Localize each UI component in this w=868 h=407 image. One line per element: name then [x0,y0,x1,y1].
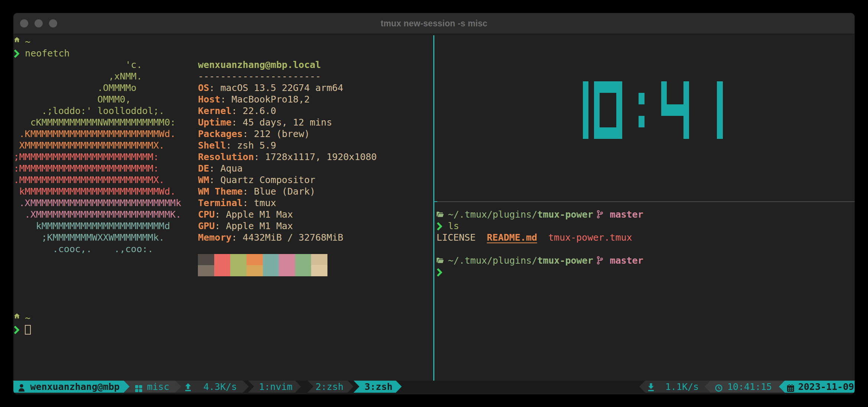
clock-block [616,81,622,93]
git-branch-name: master [610,209,643,220]
info-colon: : [243,198,254,208]
info-colon: : [209,163,220,174]
ascii-art-line: OMMM0, [14,94,182,105]
pane-divider-tee [433,201,437,202]
clock-block [616,93,622,104]
command-text: neofetch [25,48,69,59]
ascii-art-line: cKMMMMMMMMMMNWMMMMMMMMMM0: [14,117,182,128]
neofetch-info-line: WM Theme: Blue (Dark) [198,186,377,197]
status-upload-speed: 4.3K/s [203,381,237,393]
ls-file-readme: README.md [487,232,537,243]
status-time: 10:41:15 [727,381,772,393]
neofetch-info-line: Terminal: tmux [198,197,377,209]
clock-icon [715,383,722,394]
info-colon: : [209,175,220,185]
neofetch-info-line: Resolution: 1728x1117, 1920x1080 [198,151,377,163]
tmux-status-bar: wenxuanzhang@mbpmisc4.3K/s1:nvim2:zsh3:z… [13,381,855,395]
terminal-cursor [25,325,31,335]
ascii-art-line: 'c. [14,59,182,71]
clock-block [594,93,600,104]
status-window-2[interactable]: 2:zsh [307,381,353,393]
info-value: Blue (Dark) [254,186,316,197]
prompt-chevron-icon [14,326,20,334]
person-icon [19,383,25,394]
info-label: Resolution [198,152,254,162]
status-window-1[interactable]: 1:nvim [248,381,301,393]
git-path-prefix: ~/.tmux/plugins/ [448,209,537,220]
upload-icon [185,382,191,394]
terminal-window: tmux new-session -s misc ~ neofetch 'c. … [13,13,855,394]
info-label: Packages [198,128,242,139]
status-segment-date: 2023-11-09 [779,381,855,393]
ascii-art-line: .MMMMMMMMMMMMMMMMMMMMMMMMX. [14,174,182,186]
ascii-art-line: ,xNMM. [14,71,182,82]
git-dir: tmux-power [537,255,593,266]
clock-block [611,127,616,139]
ascii-art-line: ;MMMMMMMMMMMMMMMMMMMMMMMM: [14,151,182,163]
info-colon: : [243,128,254,139]
clock-block [661,93,667,104]
ascii-art-line: XMMMMMMMMMMMMMMMMMMMMMMMX. [14,140,182,151]
git-path-prefix: ~/.tmux/plugins/ [448,255,537,266]
pane-divider-horizontal[interactable] [435,201,855,202]
info-label: WM Theme [198,186,242,197]
info-value: tmux [254,198,276,208]
clock-block [583,93,588,104]
clock-block [717,81,722,93]
status-window-label: 1:nvim [259,381,293,393]
window-title: tmux new-session -s misc [13,13,855,34]
status-window-3[interactable]: 3:zsh [353,381,402,393]
home-icon [14,37,20,42]
grid-icon [135,383,142,395]
clock-block [583,116,588,127]
clock-block [616,116,622,127]
pane-divider-vertical[interactable] [433,35,434,381]
color-block [247,265,263,276]
info-value: Apple M1 Max [226,209,293,220]
neofetch-separator: ---------------------- [198,71,377,82]
status-segment-time: 10:41:15 [705,381,785,393]
info-colon: : [232,232,243,243]
clock-block [600,127,605,139]
color-block [263,265,279,276]
folder-open-icon [437,212,444,217]
calendar-icon [787,383,794,394]
clock-block [594,104,600,116]
info-label: DE [198,163,209,174]
status-window-label: 2:zsh [316,381,343,393]
info-label: Memory [198,232,231,243]
clock-block [683,116,689,127]
info-value: 1728x1117, 1920x1080 [265,152,377,162]
clock-block [672,104,678,116]
clock-block [717,116,722,127]
info-colon: : [254,152,265,162]
status-download-speed: 1.1K/s [665,381,699,393]
clock-block [583,127,588,139]
info-colon: : [232,105,243,116]
status-user-host: wenxuanzhang@mbp [30,381,120,393]
info-value: 212 (brew) [254,128,310,139]
status-date: 2023-11-09 [798,381,854,393]
color-block [247,254,263,265]
color-blocks-row [198,265,327,276]
ascii-art-line: ;KMMMMMMMWXXWMMMMMMMk. [14,232,182,243]
clock-block [616,127,622,139]
git-branch-icon [597,210,603,218]
status-segment-user: wenxuanzhang@mbp [13,381,130,393]
clock-block [639,116,644,127]
clock-block [717,127,722,139]
clock-block [717,93,722,104]
status-window-label: 3:zsh [365,381,392,393]
info-label: Terminal [198,198,242,208]
neofetch-info: wenxuanzhang@mbp.local -----------------… [198,59,377,243]
color-block [198,254,214,265]
info-label: Host [198,94,220,105]
shell-command: ls [448,220,459,232]
color-block [214,254,231,265]
git-branch-name: master [610,255,643,266]
info-colon: : [215,221,226,231]
clock-block [683,81,689,93]
status-segment-session: misc [123,381,181,393]
neofetch-info-line: Memory: 4432MiB / 32768MiB [198,232,377,243]
clock-block [639,93,644,104]
